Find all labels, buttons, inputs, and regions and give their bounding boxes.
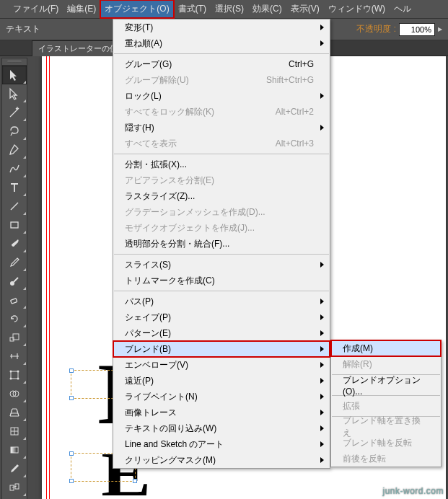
- menu-item[interactable]: シェイプ(P): [113, 309, 330, 325]
- chevron-right-icon: [320, 299, 324, 304]
- menu-item-label: ブレンド(B): [125, 343, 171, 356]
- menu-item[interactable]: Line and Sketch のアート: [113, 436, 330, 452]
- menu-item-label: 作成(M): [343, 343, 373, 355]
- menu-item[interactable]: エンベロープ(V): [113, 357, 330, 373]
- menu-item-label: エンベロープ(V): [125, 359, 188, 371]
- document-tab[interactable]: イラストレーターの使: [32, 40, 124, 56]
- menu-item-label: スライス(S): [125, 259, 171, 271]
- tool-eraser[interactable]: [2, 291, 27, 309]
- tool-line[interactable]: [2, 197, 27, 216]
- tool-rotate[interactable]: [2, 309, 27, 328]
- svg-point-6: [10, 371, 12, 373]
- menu-item[interactable]: クリッピングマスク(M): [113, 452, 330, 468]
- tool-mesh[interactable]: [2, 422, 27, 441]
- menu-item-label: ロック(L): [125, 90, 162, 102]
- tool-pencil[interactable]: [2, 253, 27, 272]
- panel-grip[interactable]: [2, 58, 27, 66]
- chevron-right-icon: [320, 93, 324, 99]
- menu-object[interactable]: オブジェクト(O): [100, 0, 173, 18]
- tool-paintbrush[interactable]: [2, 234, 27, 253]
- tool-eyedropper[interactable]: [2, 459, 27, 478]
- options-left-label: テキスト: [6, 23, 40, 35]
- menu-item[interactable]: 変形(T): [113, 19, 330, 35]
- menu-item[interactable]: トリムマークを作成(C): [113, 273, 330, 288]
- menu-item[interactable]: スライス(S): [113, 257, 330, 273]
- tool-curvature[interactable]: [2, 159, 27, 178]
- menu-item[interactable]: ブレンド(B): [113, 341, 330, 357]
- chevron-right-icon: [320, 346, 324, 352]
- tool-type[interactable]: [2, 178, 27, 197]
- menu-select[interactable]: 選択(S): [211, 0, 248, 18]
- tool-scale[interactable]: [2, 328, 27, 347]
- menu-item-label: シェイプ(P): [125, 312, 171, 324]
- menu-item: すべてをロック解除(K)Alt+Ctrl+2: [113, 104, 330, 120]
- tool-shape-builder[interactable]: [2, 384, 27, 403]
- tool-direct-selection[interactable]: [2, 84, 27, 103]
- menu-item: グラデーションメッシュを作成(D)...: [113, 204, 330, 220]
- tool-magic-wand[interactable]: [2, 103, 27, 122]
- menu-item[interactable]: 画像トレース: [113, 405, 330, 420]
- menu-item[interactable]: ラスタライズ(Z)...: [113, 188, 330, 204]
- menu-item-label: アピアランスを分割(E): [125, 175, 214, 187]
- menu-item[interactable]: テキストの回り込み(W): [113, 420, 330, 436]
- tool-free-transform[interactable]: [2, 366, 27, 384]
- menu-edit[interactable]: 編集(E): [63, 0, 100, 18]
- menu-item-label: すべてをロック解除(K): [125, 106, 214, 118]
- menu-view[interactable]: 表示(V): [286, 0, 324, 18]
- tool-gradient[interactable]: [2, 441, 27, 459]
- svg-rect-13: [11, 447, 18, 453]
- menu-item: アピアランスを分割(E): [113, 172, 330, 188]
- menu-item: ブレンド軸を反転: [331, 435, 441, 451]
- tool-perspective[interactable]: [2, 403, 27, 422]
- menu-item[interactable]: ブレンドオプション(O)...: [331, 377, 441, 393]
- menubar: ファイル(F) 編集(E) オブジェクト(O) 書式(T) 選択(S) 効果(C…: [0, 0, 448, 19]
- menu-item[interactable]: 遠近(P): [113, 373, 330, 389]
- menu-item[interactable]: 隠す(H): [113, 120, 330, 136]
- menu-item-label: パス(P): [125, 296, 154, 308]
- svg-point-8: [10, 378, 12, 380]
- chevron-right-icon: [320, 425, 324, 431]
- menu-file[interactable]: ファイル(F): [9, 0, 63, 18]
- menu-help[interactable]: ヘル: [390, 0, 416, 18]
- menu-type[interactable]: 書式(T): [174, 0, 211, 18]
- menu-effect[interactable]: 効果(C): [248, 0, 286, 18]
- chevron-right-icon[interactable]: ▶: [438, 26, 442, 32]
- opacity-input[interactable]: [399, 23, 435, 36]
- menu-item-label: すべてを表示: [125, 138, 177, 150]
- menu-item[interactable]: ロック(L): [113, 88, 330, 104]
- menu-item-label: モザイクオブジェクトを作成(J)...: [125, 222, 255, 234]
- menu-item[interactable]: 透明部分を分割・統合(F)...: [113, 236, 330, 252]
- chevron-right-icon: [320, 25, 324, 30]
- chevron-right-icon: [320, 125, 324, 131]
- menu-item[interactable]: グループ(G)Ctrl+G: [113, 56, 330, 72]
- menu-item[interactable]: パス(P): [113, 293, 330, 309]
- tool-blend[interactable]: [2, 478, 27, 497]
- menu-item-label: テキストの回り込み(W): [125, 423, 216, 435]
- menu-item[interactable]: パターン(E): [113, 325, 330, 341]
- tool-blob-brush[interactable]: [2, 272, 27, 291]
- menu-item[interactable]: 分割・拡張(X)...: [113, 156, 330, 172]
- tool-width[interactable]: [2, 347, 27, 366]
- svg-rect-0: [11, 222, 18, 228]
- menu-item-shortcut: Alt+Ctrl+2: [276, 107, 314, 117]
- chevron-right-icon: [320, 410, 324, 415]
- opacity-label: 不透明度 :: [356, 23, 396, 35]
- tool-selection[interactable]: [2, 66, 27, 84]
- svg-rect-5: [11, 371, 18, 379]
- watermark: junk-word.com: [382, 486, 444, 496]
- chevron-right-icon: [320, 40, 324, 46]
- tool-lasso[interactable]: [2, 122, 27, 141]
- menu-item: すべてを表示Alt+Ctrl+3: [113, 136, 330, 151]
- menu-item-label: 透明部分を分割・統合(F)...: [125, 238, 229, 250]
- guide-vertical: [49, 56, 50, 499]
- tool-rectangle[interactable]: [2, 216, 27, 234]
- svg-point-9: [17, 378, 19, 380]
- menu-item[interactable]: 重ね順(A): [113, 35, 330, 51]
- menu-item-label: 前後を反転: [343, 453, 386, 465]
- menu-item[interactable]: 作成(M): [331, 340, 441, 356]
- tool-pen[interactable]: [2, 141, 27, 159]
- menu-item[interactable]: ライブペイント(N): [113, 389, 330, 405]
- menu-window[interactable]: ウィンドウ(W): [324, 0, 390, 18]
- menu-item: 前後を反転: [331, 451, 441, 467]
- menu-item-label: 遠近(P): [125, 375, 154, 387]
